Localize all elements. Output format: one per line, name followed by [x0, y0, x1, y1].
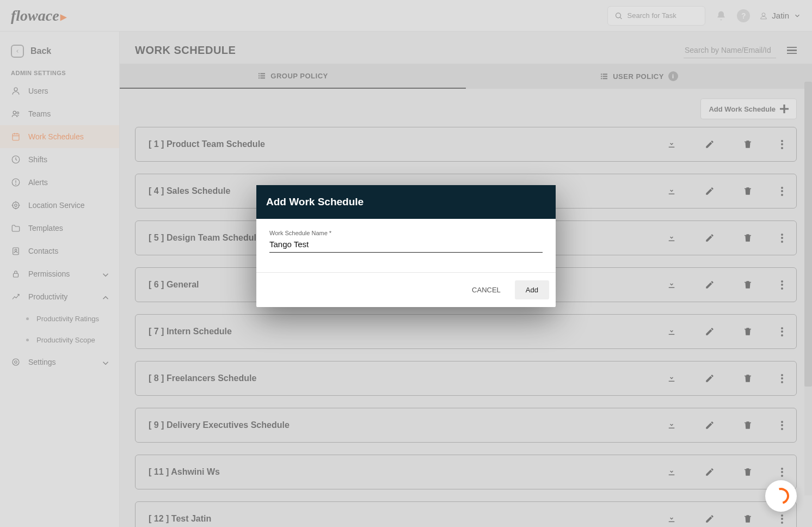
floating-help-button[interactable] — [765, 480, 797, 512]
cancel-button[interactable]: CANCEL — [461, 280, 512, 299]
add-button[interactable]: Add — [515, 280, 549, 299]
flowace-icon — [770, 485, 792, 507]
modal-title: Add Work Schedule — [256, 185, 556, 219]
modal-overlay: Add Work Schedule Work Schedule Name * C… — [0, 0, 812, 527]
schedule-name-input[interactable] — [269, 237, 543, 253]
add-schedule-modal: Add Work Schedule Work Schedule Name * C… — [256, 185, 556, 307]
schedule-name-label: Work Schedule Name * — [269, 230, 543, 236]
